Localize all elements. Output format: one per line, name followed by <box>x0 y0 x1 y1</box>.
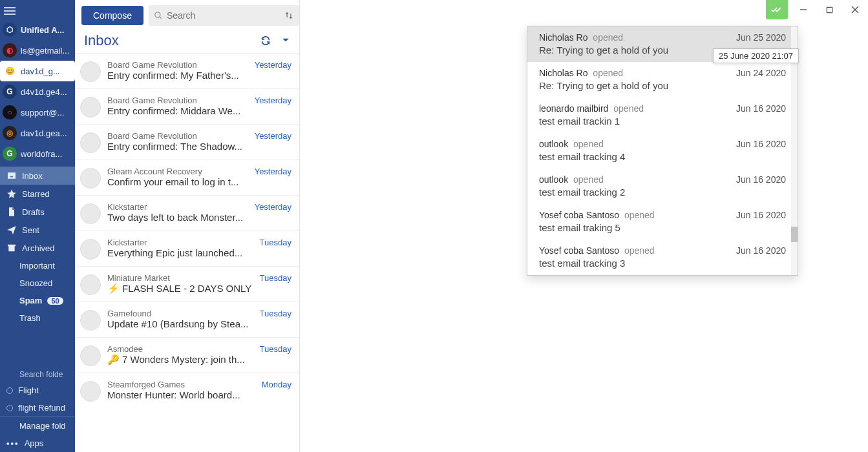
folder-label: Trash <box>19 313 41 323</box>
subject: Two days left to back Monster... <box>107 212 291 223</box>
tracking-name: Nicholas Ro <box>539 32 587 43</box>
folder-inbox[interactable]: Inbox <box>0 167 75 185</box>
folder-label: Spam <box>19 296 42 305</box>
account-0[interactable]: ⬡Unified A... <box>0 19 75 40</box>
subject-icon: ⚡ <box>107 283 120 294</box>
tracking-row[interactable]: Nicholas Ro openedJun 25 2020 Re: Trying… <box>527 26 798 62</box>
message-date: Yesterday <box>255 167 291 176</box>
account-label: dav1d.gea... <box>21 128 67 138</box>
svg-rect-3 <box>827 7 832 12</box>
svg-line-1 <box>160 17 162 19</box>
tracking-state: opened <box>590 32 623 43</box>
folder-drafts[interactable]: Drafts <box>0 203 75 221</box>
search-field[interactable] <box>149 5 299 26</box>
account-1[interactable]: ◐ls@getmail... <box>0 40 75 61</box>
manage-folders[interactable]: Manage fold <box>0 417 75 435</box>
tracking-name: Yosef coba Santoso <box>539 245 619 256</box>
avatar <box>80 132 101 153</box>
account-label: worldofra... <box>21 149 62 159</box>
message-row[interactable]: AsmodeeTuesday 🔑7 Wonders Mystery: join … <box>75 337 299 373</box>
avatar <box>80 239 101 260</box>
window-minimize[interactable] <box>790 0 816 19</box>
tracking-date: Jun 16 2020 <box>736 210 786 220</box>
folder-label: Inbox <box>22 171 43 181</box>
window-close[interactable] <box>842 0 868 19</box>
popup-scrollbar[interactable] <box>791 26 798 275</box>
tracking-row[interactable]: leonardo mailbird openedJun 16 2020 test… <box>527 98 798 133</box>
account-2[interactable]: 😊dav1d_g... <box>0 61 75 81</box>
avatar <box>80 274 101 295</box>
search-folders-header: Search folde <box>0 367 75 382</box>
account-6[interactable]: Gworldofra... <box>0 143 75 164</box>
search-icon <box>154 11 163 20</box>
hamburger-menu[interactable] <box>4 7 71 15</box>
popup-scroll-thumb[interactable] <box>791 227 798 242</box>
folder-starred[interactable]: Starred <box>0 185 75 203</box>
tracking-state: opened <box>571 174 604 185</box>
message-list-pane: Compose Inbox Board Game RevolutionYeste… <box>75 0 300 452</box>
message-date: Tuesday <box>260 238 291 247</box>
tracking-row[interactable]: outlook openedJun 16 2020 test email tra… <box>527 133 798 169</box>
message-row[interactable]: Gleam Account RecoveryYesterday Confirm … <box>75 159 299 195</box>
refresh-icon[interactable] <box>260 36 271 46</box>
message-date: Monday <box>262 380 291 389</box>
tracking-date: Jun 24 2020 <box>736 68 786 78</box>
subject: Entry confirmed: Middara We... <box>107 105 291 116</box>
message-date: Tuesday <box>260 344 291 354</box>
account-3[interactable]: Gd4v1d.ge4... <box>0 81 75 102</box>
smart-label: flight Refund <box>18 403 65 413</box>
tracking-state: opened <box>590 68 623 78</box>
tracking-row[interactable]: Yosef coba Santoso openedJun 16 2020 tes… <box>527 240 798 275</box>
window-maximize[interactable] <box>816 0 842 19</box>
double-check-icon <box>770 5 783 14</box>
folder-spam[interactable]: Spam50 <box>0 292 75 309</box>
avatar <box>80 345 101 366</box>
apps-row[interactable]: •••Apps <box>0 435 75 452</box>
tracking-toggle[interactable] <box>766 0 788 19</box>
smart-label: Flight <box>18 385 39 395</box>
sender: Steamforged Games <box>107 380 185 389</box>
folder-snoozed[interactable]: Snoozed <box>0 274 75 292</box>
subject: ⚡FLASH SALE - 2 DAYS ONLY <box>107 283 291 294</box>
message-date: Tuesday <box>260 309 291 318</box>
compose-button[interactable]: Compose <box>81 6 143 25</box>
tracking-date: Jun 16 2020 <box>736 174 786 185</box>
message-date: Yesterday <box>255 202 291 212</box>
account-4[interactable]: ○support@... <box>0 102 75 123</box>
folder-archived[interactable]: Archived <box>0 239 75 257</box>
tracking-subject: test email trackin 1 <box>539 116 786 127</box>
sort-icon[interactable] <box>284 11 294 20</box>
folder-label: Starred <box>22 189 50 199</box>
tracking-row[interactable]: Nicholas Ro openedJun 24 2020 Re: Trying… <box>527 62 798 98</box>
message-row[interactable]: GamefoundTuesday Update #10 (Bardsung by… <box>75 302 299 337</box>
account-label: Unified A... <box>21 25 64 35</box>
tracking-row[interactable]: outlook openedJun 16 2020 test email tra… <box>527 169 798 204</box>
account-icon: G <box>3 147 17 161</box>
message-row[interactable]: Miniature MarketTuesday ⚡FLASH SALE - 2 … <box>75 266 299 302</box>
message-row[interactable]: Board Game RevolutionYesterday Entry con… <box>75 88 299 124</box>
folder-trash[interactable]: Trash <box>0 309 75 327</box>
account-label: ls@getmail... <box>21 46 69 56</box>
folder-label: Drafts <box>22 207 45 217</box>
subject: Confirm your email to log in t... <box>107 176 291 187</box>
tracking-subject: test email tracking 4 <box>539 151 786 162</box>
account-icon: 😊 <box>3 64 17 78</box>
smart-folder-0[interactable]: Flight <box>0 382 75 399</box>
folder-sent[interactable]: Sent <box>0 221 75 239</box>
tracking-date: Jun 16 2020 <box>736 245 786 256</box>
smart-folder-1[interactable]: flight Refund <box>0 399 75 416</box>
search-input[interactable] <box>167 10 280 21</box>
dropdown-icon[interactable] <box>281 36 290 45</box>
message-row[interactable]: Board Game RevolutionYesterday Entry con… <box>75 53 299 88</box>
account-5[interactable]: ◎dav1d.gea... <box>0 123 75 143</box>
message-row[interactable]: KickstarterYesterday Two days left to ba… <box>75 195 299 231</box>
folder-important[interactable]: Important <box>0 257 75 274</box>
account-icon: ◐ <box>3 43 17 57</box>
account-label: dav1d_g... <box>21 67 60 76</box>
tracking-row[interactable]: Yosef coba Santoso openedJun 16 2020 tes… <box>527 204 798 240</box>
tracking-subject: test email traking 5 <box>539 222 786 233</box>
message-row[interactable]: KickstarterTuesday Everything Epic just … <box>75 231 299 266</box>
message-row[interactable]: Board Game RevolutionYesterday Entry con… <box>75 124 299 159</box>
message-date: Yesterday <box>255 96 291 105</box>
message-row[interactable]: Steamforged GamesMonday Monster Hunter: … <box>75 373 299 408</box>
